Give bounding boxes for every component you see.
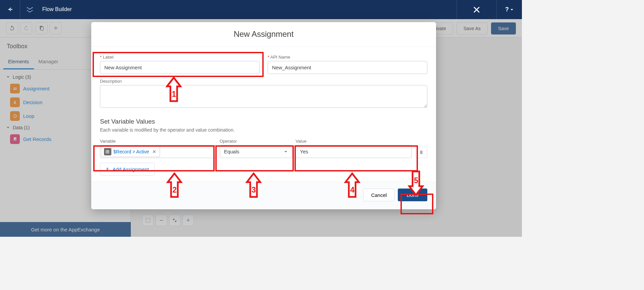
- value-input[interactable]: [296, 145, 412, 158]
- label-input[interactable]: [100, 61, 260, 74]
- new-assignment-modal: New Assignment Label API Name Descriptio…: [91, 22, 436, 209]
- close-button[interactable]: [457, 0, 497, 19]
- app-title: Flow Builder: [42, 6, 72, 12]
- help-button[interactable]: ?: [497, 0, 522, 19]
- variable-column-label: Variable: [100, 139, 216, 144]
- arrow-left-icon: [6, 6, 14, 13]
- variable-input[interactable]: $Record > Active ✕: [100, 145, 216, 158]
- svg-point-6: [105, 150, 106, 151]
- api-name-input[interactable]: [268, 61, 427, 74]
- operator-column-label: Operator: [220, 139, 292, 144]
- set-variable-values-subtext: Each variable is modified by the operato…: [100, 127, 427, 133]
- trash-icon: [419, 149, 424, 155]
- variable-pill-text: $Record > Active: [113, 149, 149, 154]
- app-header: Flow Builder ?: [0, 0, 522, 19]
- done-button[interactable]: Done: [398, 189, 427, 201]
- modal-title: New Assignment: [91, 22, 436, 47]
- svg-point-8: [105, 152, 106, 153]
- help-icon: ?: [505, 6, 509, 13]
- assignment-row: Variable $Record > Active ✕ Operator Equ…: [100, 139, 427, 158]
- back-button[interactable]: [0, 0, 20, 19]
- chevron-down-icon: [284, 150, 288, 154]
- svg-point-7: [105, 151, 106, 152]
- label-field-label: Label: [100, 55, 260, 60]
- close-icon: [473, 6, 481, 14]
- description-textarea[interactable]: [100, 85, 427, 108]
- description-field-label: Description: [100, 79, 427, 84]
- plus-icon: +: [106, 166, 109, 173]
- add-assignment-button[interactable]: + Add Assignment: [100, 163, 155, 175]
- flow-builder-icon: [22, 0, 38, 19]
- value-column-label: Value: [296, 139, 412, 144]
- cancel-button[interactable]: Cancel: [363, 189, 394, 201]
- set-variable-values-heading: Set Variable Values: [100, 118, 427, 125]
- delete-row-button[interactable]: [415, 146, 427, 158]
- record-icon: [104, 148, 111, 155]
- api-name-field-label: API Name: [268, 55, 427, 60]
- chevron-down-icon: [510, 8, 514, 11]
- operator-select[interactable]: Equals: [220, 145, 292, 158]
- remove-pill-button[interactable]: ✕: [151, 149, 158, 154]
